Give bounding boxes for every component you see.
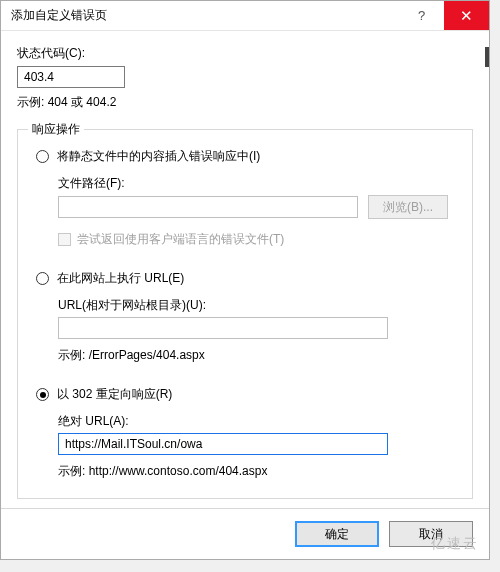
radio-icon	[36, 272, 49, 285]
status-code-hint: 示例: 404 或 404.2	[17, 94, 473, 111]
titlebar: 添加自定义错误页 ? ✕	[1, 1, 489, 31]
radio-static-file-label: 将静态文件中的内容插入错误响应中(I)	[57, 148, 260, 165]
absolute-url-label: 绝对 URL(A):	[58, 413, 454, 430]
radio-execute-url[interactable]: 在此网站上执行 URL(E)	[36, 270, 454, 287]
radio-redirect-label: 以 302 重定向响应(R)	[57, 386, 172, 403]
relative-url-hint: 示例: /ErrorPages/404.aspx	[58, 347, 454, 364]
status-code-label: 状态代码(C):	[17, 45, 473, 62]
redirect-sub: 绝对 URL(A): 示例: http://www.contoso.com/40…	[58, 413, 454, 480]
close-button[interactable]: ✕	[444, 1, 489, 30]
browse-button[interactable]: 浏览(B)...	[368, 195, 448, 219]
decorative-strip	[485, 47, 489, 67]
relative-url-label: URL(相对于网站根目录)(U):	[58, 297, 454, 314]
radio-static-file[interactable]: 将静态文件中的内容插入错误响应中(I)	[36, 148, 454, 165]
absolute-url-hint: 示例: http://www.contoso.com/404.aspx	[58, 463, 454, 480]
dialog-footer: 确定 取消	[1, 508, 489, 559]
help-button[interactable]: ?	[399, 1, 444, 30]
absolute-url-input[interactable]	[58, 433, 388, 455]
client-lang-label: 尝试返回使用客户端语言的错误文件(T)	[77, 231, 284, 248]
radio-execute-url-label: 在此网站上执行 URL(E)	[57, 270, 184, 287]
relative-url-input[interactable]	[58, 317, 388, 339]
dialog-window: 添加自定义错误页 ? ✕ 状态代码(C): 示例: 404 或 404.2 响应…	[0, 0, 490, 560]
group-legend: 响应操作	[28, 121, 84, 138]
window-title: 添加自定义错误页	[11, 7, 399, 24]
checkbox-icon	[58, 233, 71, 246]
client-lang-check: 尝试返回使用客户端语言的错误文件(T)	[58, 231, 454, 248]
file-path-label: 文件路径(F):	[58, 175, 454, 192]
radio-redirect[interactable]: 以 302 重定向响应(R)	[36, 386, 454, 403]
exec-url-sub: URL(相对于网站根目录)(U): 示例: /ErrorPages/404.as…	[58, 297, 454, 364]
radio-icon	[36, 150, 49, 163]
watermark: 亿速云	[431, 535, 479, 553]
response-action-group: 响应操作 将静态文件中的内容插入错误响应中(I) 文件路径(F): 浏览(B).…	[17, 129, 473, 499]
dialog-content: 状态代码(C): 示例: 404 或 404.2 响应操作 将静态文件中的内容插…	[1, 31, 489, 508]
file-path-input[interactable]	[58, 196, 358, 218]
ok-button[interactable]: 确定	[295, 521, 379, 547]
radio-icon	[36, 388, 49, 401]
status-code-input[interactable]	[17, 66, 125, 88]
static-file-sub: 文件路径(F): 浏览(B)... 尝试返回使用客户端语言的错误文件(T)	[58, 175, 454, 248]
